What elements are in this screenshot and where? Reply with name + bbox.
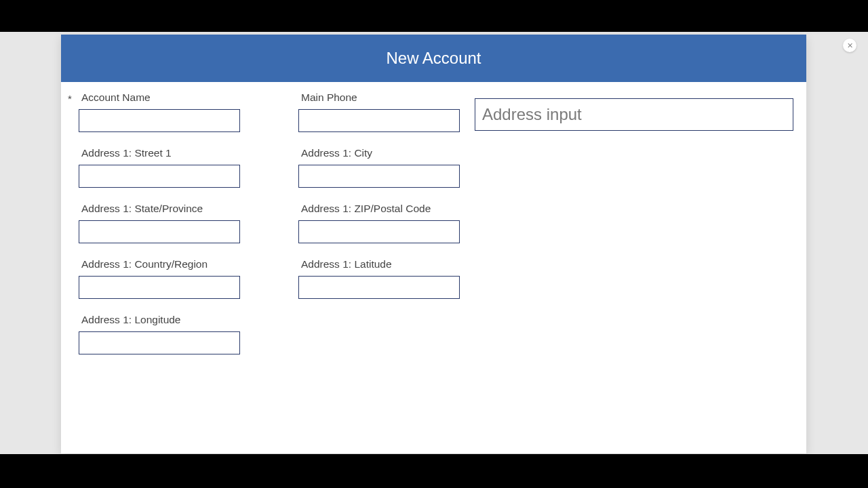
field-label: Main Phone bbox=[301, 92, 475, 104]
field-state: Address 1: State/Province bbox=[68, 203, 255, 243]
field-label: Address 1: ZIP/Postal Code bbox=[301, 203, 475, 215]
account-name-input[interactable] bbox=[79, 109, 240, 132]
field-label: Address 1: State/Province bbox=[81, 203, 255, 215]
field-zip: Address 1: ZIP/Postal Code bbox=[288, 203, 475, 243]
form-fields-grid: * Account Name Main Phone Address 1: Str… bbox=[68, 92, 475, 354]
field-longitude: Address 1: Longitude bbox=[68, 314, 255, 354]
field-account-name: * Account Name bbox=[68, 92, 255, 132]
dialog-title: New Account bbox=[386, 49, 481, 68]
field-country: Address 1: Country/Region bbox=[68, 258, 255, 299]
field-label: Address 1: Longitude bbox=[81, 314, 255, 326]
close-icon: ✕ bbox=[847, 41, 853, 49]
letterbox-bottom bbox=[0, 454, 868, 488]
field-label: Account Name bbox=[81, 92, 255, 104]
main-phone-input[interactable] bbox=[298, 109, 460, 132]
field-latitude: Address 1: Latitude bbox=[288, 258, 475, 299]
dialog-header: New Account bbox=[61, 35, 806, 82]
field-street1: Address 1: Street 1 bbox=[68, 147, 255, 188]
form-body: * Account Name Main Phone Address 1: Str… bbox=[61, 82, 806, 361]
field-label: Address 1: Latitude bbox=[301, 258, 475, 270]
required-marker: * bbox=[68, 93, 72, 104]
zip-input[interactable] bbox=[298, 220, 460, 243]
field-main-phone: Main Phone bbox=[288, 92, 475, 132]
close-button[interactable]: ✕ bbox=[843, 39, 856, 52]
new-account-dialog: New Account * Account Name Main Phone Ad… bbox=[61, 35, 806, 453]
latitude-input[interactable] bbox=[298, 276, 460, 299]
field-city: Address 1: City bbox=[288, 147, 475, 188]
field-label: Address 1: Country/Region bbox=[81, 258, 255, 270]
city-input[interactable] bbox=[298, 165, 460, 188]
letterbox-top bbox=[0, 0, 868, 32]
state-input[interactable] bbox=[79, 220, 240, 243]
field-label: Address 1: Street 1 bbox=[81, 147, 255, 159]
longitude-input[interactable] bbox=[79, 331, 240, 354]
address-lookup-input[interactable] bbox=[475, 98, 793, 131]
field-label: Address 1: City bbox=[301, 147, 475, 159]
country-input[interactable] bbox=[79, 276, 240, 299]
address-lookup-column bbox=[475, 92, 800, 354]
street1-input[interactable] bbox=[79, 165, 240, 188]
